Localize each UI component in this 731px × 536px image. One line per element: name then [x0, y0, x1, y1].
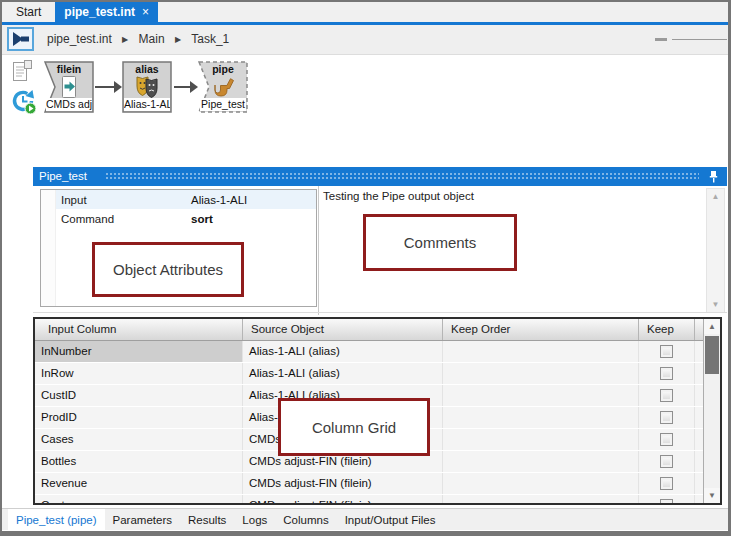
attribute-row[interactable]: Command sort — [56, 209, 316, 228]
keep-checkbox[interactable] — [660, 367, 673, 380]
grid-header-row: Input Column Source Object Keep Order Ke… — [35, 319, 704, 341]
breadcrumb-item-task[interactable]: Task_1 — [191, 32, 229, 46]
annotation-column-grid: Column Grid — [278, 398, 430, 456]
table-row[interactable]: InNumber Alias-1-ALI (alias) — [35, 341, 704, 363]
keep-checkbox[interactable] — [660, 345, 673, 358]
panel-divider — [318, 186, 319, 315]
keep-checkbox[interactable] — [660, 455, 673, 468]
keep-checkbox[interactable] — [660, 499, 673, 503]
keep-cell[interactable] — [639, 385, 695, 406]
comments-textarea[interactable]: Testing the Pipe output object — [323, 190, 693, 202]
panel-title: Pipe_test — [39, 167, 87, 186]
keep-checkbox[interactable] — [660, 477, 673, 490]
header-input-column[interactable]: Input Column — [35, 319, 243, 340]
toolbar: pipe_test.int ▶ Main ▶ Task_1 — [2, 25, 728, 55]
keep-cell[interactable] — [639, 363, 695, 384]
input-column-cell[interactable]: Cost — [35, 495, 243, 503]
input-column-cell[interactable]: ProdID — [35, 407, 243, 428]
scroll-up-icon[interactable]: ▲ — [704, 319, 720, 334]
attribute-row[interactable]: Input Alias-1-ALI — [56, 190, 316, 209]
splitter-line[interactable] — [672, 39, 727, 40]
table-row[interactable]: InRow Alias-1-ALI (alias) — [35, 363, 704, 385]
keep-order-cell[interactable] — [443, 495, 639, 503]
annotation-label: Column Grid — [312, 419, 396, 436]
flow-node-filein[interactable]: filein CMDs adj — [44, 61, 94, 113]
input-column-cell[interactable]: InRow — [35, 363, 243, 384]
table-row[interactable]: Cost CMDs adjust-FIN (filein) — [35, 495, 704, 503]
keep-cell[interactable] — [639, 341, 695, 362]
pipe-icon — [199, 75, 247, 99]
keep-cell[interactable] — [639, 429, 695, 450]
annotation-object-attributes: Object Attributes — [92, 242, 244, 297]
tab-logs[interactable]: Logs — [234, 509, 275, 530]
connector-arrowhead-icon — [190, 81, 198, 93]
pipe-test-panel-header[interactable]: Pipe_test — [33, 167, 727, 186]
input-column-cell[interactable]: Cases — [35, 429, 243, 450]
flow-node-alias[interactable]: alias Alias-1-AL — [122, 61, 172, 113]
keep-cell[interactable] — [639, 495, 695, 503]
header-source-object[interactable]: Source Object — [243, 319, 443, 340]
alias-masks-icon — [123, 75, 171, 99]
tab-pipe-test-pipe[interactable]: Pipe_test (pipe) — [8, 509, 105, 530]
keep-cell[interactable] — [639, 451, 695, 472]
annotation-label: Comments — [404, 234, 477, 251]
connector-arrow — [174, 86, 191, 88]
source-object-cell[interactable]: Alias-1-ALI (alias) — [243, 363, 443, 384]
input-column-cell[interactable]: CustID — [35, 385, 243, 406]
breadcrumb-item-file[interactable]: pipe_test.int — [47, 32, 112, 46]
document-icon[interactable] — [12, 59, 33, 86]
pin-icon[interactable] — [708, 170, 719, 185]
header-keep-order[interactable]: Keep Order — [443, 319, 639, 340]
keep-checkbox[interactable] — [660, 411, 673, 424]
tab-start-label: Start — [16, 5, 41, 19]
section-divider — [33, 312, 727, 313]
collapse-dash-icon[interactable] — [655, 38, 667, 41]
keep-order-cell[interactable] — [443, 363, 639, 384]
close-icon[interactable]: × — [142, 6, 149, 18]
annotation-label: Object Attributes — [113, 261, 223, 278]
attribute-value[interactable]: sort — [191, 213, 213, 225]
keep-order-cell[interactable] — [443, 385, 639, 406]
tab-input-output-files[interactable]: Input/Output Files — [337, 509, 444, 530]
attribute-label: Command — [56, 213, 191, 225]
run-funnel-icon — [11, 30, 31, 48]
keep-checkbox[interactable] — [660, 389, 673, 402]
keep-order-cell[interactable] — [443, 451, 639, 472]
scrollbar-thumb[interactable] — [705, 336, 719, 374]
grid-scrollbar[interactable]: ▲ ▼ — [703, 319, 720, 503]
tab-pipe-test[interactable]: pipe_test.int × — [55, 2, 158, 22]
run-button[interactable] — [7, 27, 34, 51]
input-column-cell[interactable]: Revenue — [35, 473, 243, 494]
keep-order-cell[interactable] — [443, 407, 639, 428]
chevron-right-icon: ▶ — [175, 35, 181, 44]
header-keep[interactable]: Keep — [639, 319, 695, 340]
keep-order-cell[interactable] — [443, 429, 639, 450]
refresh-history-icon[interactable] — [10, 88, 37, 117]
table-row[interactable]: Revenue CMDs adjust-FIN (filein) — [35, 473, 704, 495]
keep-cell[interactable] — [639, 407, 695, 428]
tab-columns[interactable]: Columns — [275, 509, 336, 530]
keep-cell[interactable] — [639, 473, 695, 494]
keep-order-cell[interactable] — [443, 341, 639, 362]
tab-results[interactable]: Results — [180, 509, 234, 530]
comments-scrollbar[interactable]: ▲ ▼ — [706, 188, 725, 313]
breadcrumb-item-main[interactable]: Main — [139, 32, 165, 46]
attribute-value[interactable]: Alias-1-ALI — [191, 194, 247, 206]
bottom-tabstrip: Pipe_test (pipe) Parameters Results Logs… — [2, 508, 728, 530]
scroll-down-icon[interactable]: ▼ — [704, 488, 720, 503]
scroll-down-icon[interactable]: ▼ — [707, 297, 724, 312]
connector-arrowhead-icon — [114, 81, 122, 93]
scroll-up-icon[interactable]: ▲ — [707, 189, 724, 204]
source-object-cell[interactable]: Alias-1-ALI (alias) — [243, 341, 443, 362]
input-column-cell[interactable]: InNumber — [35, 341, 243, 362]
tab-parameters[interactable]: Parameters — [105, 509, 180, 530]
keep-order-cell[interactable] — [443, 473, 639, 494]
tab-start[interactable]: Start — [2, 2, 55, 22]
input-column-cell[interactable]: Bottles — [35, 451, 243, 472]
attribute-margin-column — [41, 190, 56, 306]
chevron-right-icon: ▶ — [122, 35, 128, 44]
source-object-cell[interactable]: CMDs adjust-FIN (filein) — [243, 473, 443, 494]
flow-node-pipe[interactable]: pipe Pipe_test — [198, 61, 248, 113]
source-object-cell[interactable]: CMDs adjust-FIN (filein) — [243, 495, 443, 503]
keep-checkbox[interactable] — [660, 433, 673, 446]
